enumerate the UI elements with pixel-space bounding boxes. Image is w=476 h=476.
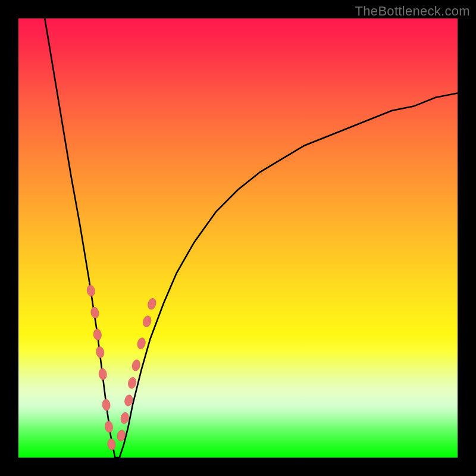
curve-marker <box>98 368 107 380</box>
curve-marker <box>120 412 129 424</box>
curve-marker <box>93 328 102 340</box>
chart-frame: TheBottleneck.com <box>0 0 476 476</box>
curve-markers <box>86 284 157 450</box>
curve-marker <box>104 421 113 433</box>
curve-marker <box>136 337 146 350</box>
curve-marker <box>95 346 105 359</box>
curve-marker <box>131 359 141 371</box>
curve-marker <box>90 306 99 319</box>
curve-marker <box>107 439 117 451</box>
curve-marker <box>102 399 111 411</box>
curve-marker <box>127 377 137 389</box>
curve-marker <box>86 284 96 297</box>
curve-marker <box>142 315 152 328</box>
curve-marker <box>147 298 158 311</box>
bottleneck-curve <box>45 18 458 458</box>
watermark-text: TheBottleneck.com <box>355 4 470 19</box>
curve-layer <box>18 18 458 458</box>
plot-area <box>18 18 458 458</box>
